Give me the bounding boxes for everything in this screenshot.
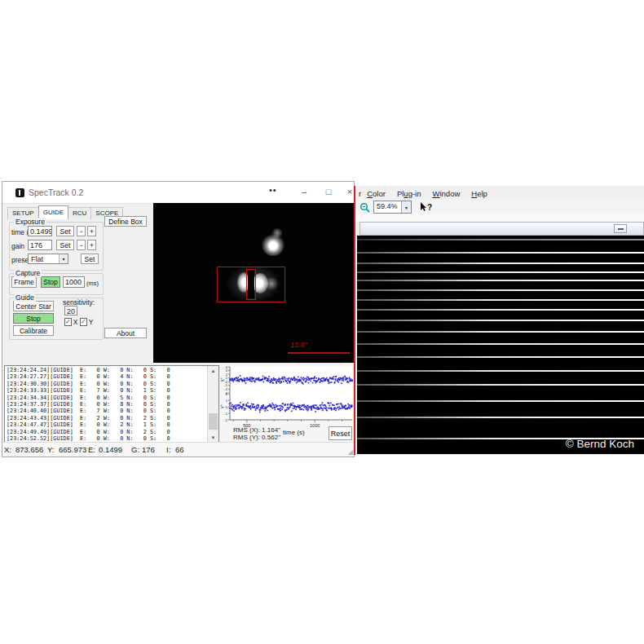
- x-checkbox-label: X: [73, 318, 78, 326]
- zoom-level-dropdown[interactable]: 59.4% ▾: [373, 201, 412, 214]
- button-about[interactable]: About: [104, 328, 147, 338]
- button-define-box[interactable]: Define Box: [104, 216, 147, 227]
- checkmark-icon: ✓: [64, 318, 72, 326]
- zoom-out-magnifier-icon[interactable]: [359, 202, 370, 213]
- menu-text: g-in: [408, 189, 421, 198]
- guide-log-box[interactable]: [23:24:24.24][GUIDE] E: 0 W: 0 N: 0 S: 0…: [4, 365, 219, 443]
- scale-bar-label: 15.8": [290, 341, 307, 349]
- spectral-order-line: [357, 280, 644, 281]
- status-value-g: 176: [142, 445, 155, 454]
- status-label-x: X:: [4, 445, 11, 454]
- zoom-level-value: 59.4%: [377, 202, 398, 210]
- capture-stop-button[interactable]: Stop: [41, 276, 60, 288]
- log-line: [23:24:34.34][GUIDE] E: 0 W: 5 N: 0 S: 0: [7, 395, 207, 401]
- log-line: [23:24:49.49][GUIDE] E: 0 W: 0 N: 2 S: 0: [7, 429, 207, 435]
- spectrum-image[interactable]: © Bernd Koch: [357, 236, 644, 454]
- log-line: [23:24:30.30][GUIDE] E: 0 W: 0 N: 0 S: 0: [7, 381, 207, 387]
- svg-text:1000: 1000: [310, 423, 320, 428]
- slit-overlay: [246, 269, 256, 300]
- spectral-order-line: [357, 252, 644, 254]
- status-value-e: 0.1499: [99, 445, 122, 454]
- y-checkbox[interactable]: ✓ Y: [80, 318, 93, 326]
- status-value-i: 66: [175, 445, 184, 454]
- red-annotation-line: [354, 186, 355, 455]
- time-set-button[interactable]: Set: [56, 226, 74, 236]
- log-scrollbar[interactable]: ▲ ▼: [207, 366, 218, 443]
- guide-group-label: Guide: [14, 293, 36, 302]
- image-child-titlebar[interactable]: [359, 222, 644, 236]
- interval-unit-label: (ms): [86, 280, 99, 287]
- minimize-child-icon[interactable]: [614, 224, 627, 233]
- app-icon: [15, 188, 24, 197]
- svg-text:0: 0: [226, 405, 228, 409]
- log-line: [23:24:40.40][GUIDE] E: 7 W: 0 N: 0 S: 0: [7, 408, 207, 414]
- menu-item-color[interactable]: Color: [361, 189, 391, 198]
- gain-plus-button[interactable]: +: [87, 240, 96, 250]
- time-minus-button[interactable]: -: [77, 226, 86, 236]
- status-label-i: I:: [166, 445, 170, 454]
- menu-bar: r ColorPlug-inWindowHelp: [355, 187, 644, 200]
- interval-input[interactable]: 1000: [63, 276, 85, 288]
- reset-button[interactable]: Reset: [329, 426, 352, 440]
- spectral-order-line: [357, 370, 644, 372]
- gain-input[interactable]: 176: [28, 240, 52, 250]
- context-help-cursor-icon[interactable]: ?: [420, 202, 432, 212]
- tab-rcu[interactable]: RCU: [68, 207, 91, 219]
- scrollbar-thumb[interactable]: [209, 413, 218, 430]
- spectral-order-line: [357, 417, 644, 418]
- window-gap: [355, 214, 644, 222]
- gain-set-button[interactable]: Set: [56, 240, 74, 250]
- rms-y-value: RMS (Y): 0.562": [233, 434, 280, 441]
- menu-bar-items: ColorPlug-inWindowHelp: [361, 189, 493, 198]
- watermark-text: © Bernd Koch: [566, 438, 634, 450]
- status-label-y: Y:: [47, 445, 54, 454]
- log-line: [23:24:43.43][GUIDE] E: 2 W: 0 N: 2 S: 0: [7, 415, 207, 421]
- titlebar-dots: ••: [269, 185, 277, 195]
- svg-text:Y": Y": [220, 404, 225, 408]
- calibrate-button[interactable]: Calibrate: [13, 325, 54, 336]
- resize-grip-icon[interactable]: ◢: [348, 448, 353, 456]
- svg-text:2: 2: [226, 392, 228, 396]
- spectral-order-line: [357, 262, 644, 264]
- spectral-order-line: [357, 239, 644, 240]
- menu-item-plug-in[interactable]: Plug-in: [391, 189, 427, 198]
- y-checkbox-label: Y: [89, 318, 94, 326]
- spectral-order-line: [357, 320, 644, 321]
- menu-text: elp: [477, 189, 487, 198]
- x-checkbox[interactable]: ✓ X: [64, 318, 77, 326]
- scroll-up-icon[interactable]: ▲: [208, 366, 218, 376]
- sensitivity-input[interactable]: 20: [64, 306, 77, 315]
- time-input[interactable]: 0.1499: [28, 226, 52, 236]
- guide-plot-panel: 43210-1-2-3X"210-1-2Y"5001000 RMS (X): 1…: [219, 364, 355, 443]
- svg-text:-2: -2: [224, 418, 227, 422]
- log-lines: [23:24:24.24][GUIDE] E: 0 W: 0 N: 0 S: 0…: [7, 367, 207, 442]
- time-plus-button[interactable]: +: [87, 226, 96, 236]
- preset-value: Flat: [31, 255, 43, 263]
- log-line: [23:24:47.47][GUIDE] E: 0 W: 2 N: 1 S: 0: [7, 421, 207, 428]
- status-value-y: 665.973: [59, 445, 86, 454]
- svg-text:X": X": [220, 377, 225, 382]
- spectral-order-line: [357, 343, 644, 345]
- guide-stop-button[interactable]: Stop: [13, 313, 54, 324]
- plot-xaxis-label: time (s): [283, 429, 305, 436]
- menu-item-window[interactable]: Window: [426, 189, 465, 198]
- gain-minus-button[interactable]: -: [77, 240, 86, 250]
- spectral-order-line: [357, 299, 644, 301]
- guider-image-view[interactable]: 15.8": [153, 203, 354, 363]
- frame-button[interactable]: Frame: [11, 276, 37, 288]
- chevron-down-icon[interactable]: ▾: [59, 254, 68, 263]
- preset-set-button[interactable]: Set: [81, 254, 99, 264]
- spectrack-titlebar[interactable]: SpecTrack 0.2 •• – □ ×: [2, 182, 354, 204]
- menu-item-help[interactable]: Help: [465, 189, 493, 198]
- menu-text: indow: [439, 189, 460, 198]
- chevron-down-icon[interactable]: ▾: [401, 201, 411, 213]
- status-label-g: G:: [131, 445, 139, 454]
- center-star-button[interactable]: Center Star: [13, 301, 54, 311]
- minimize-button[interactable]: –: [294, 184, 314, 200]
- spectral-order-line: [357, 309, 644, 311]
- preset-dropdown[interactable]: Flat ▾: [28, 254, 68, 264]
- spectral-order-line: [357, 271, 644, 273]
- spectral-order-line: [357, 438, 644, 439]
- spectrack-window: SpecTrack 0.2 •• – □ × SETUPGUIDERCUSCOP…: [2, 181, 355, 457]
- maximize-button[interactable]: □: [319, 184, 338, 200]
